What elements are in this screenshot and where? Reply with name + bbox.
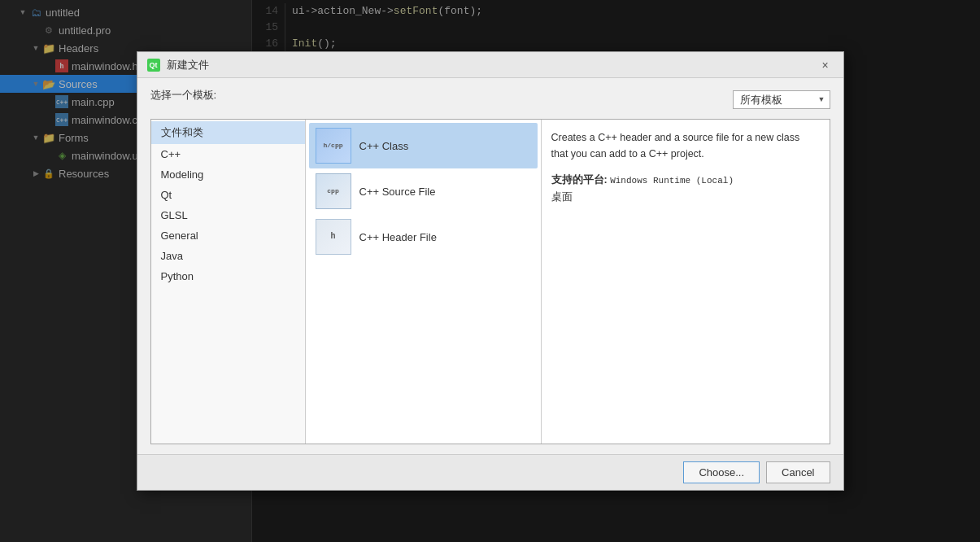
category-item-qt[interactable]: Qt <box>151 185 305 205</box>
dialog-overlay: Qt 新建文件 × 选择一个模板: 所有模板 C++ Qt GLSL Gener… <box>0 0 980 542</box>
category-item-cpp[interactable]: C++ <box>151 144 305 164</box>
platform-info: 支持的平台: Windows Runtime (Local) 桌面 <box>551 172 820 205</box>
dialog-close-button[interactable]: × <box>817 57 834 73</box>
dialog-titlebar: Qt 新建文件 × <box>137 52 843 78</box>
new-file-dialog: Qt 新建文件 × 选择一个模板: 所有模板 C++ Qt GLSL Gener… <box>137 51 844 491</box>
dialog-prompt: 选择一个模板: <box>150 88 217 103</box>
cat-label-file-types: 文件和类 <box>161 126 203 138</box>
cat-label-general: General <box>161 229 198 242</box>
category-item-modeling[interactable]: Modeling <box>151 164 305 185</box>
cpp-header-icon: h <box>316 219 351 255</box>
template-item-cpp-class[interactable]: h/cpp C++ Class <box>309 123 538 168</box>
template-name-cpp-header: C++ Header File <box>359 231 437 243</box>
cpp-class-icon: h/cpp <box>316 128 351 164</box>
category-item-general[interactable]: General <box>151 225 305 246</box>
cat-label-glsl: GLSL <box>161 209 188 221</box>
dialog-title-area: Qt 新建文件 <box>147 58 209 72</box>
cat-label-java: Java <box>161 250 183 262</box>
description-main-text: Creates a C++ header and a source file f… <box>551 129 820 162</box>
template-filter-wrapper: 所有模板 C++ Qt GLSL General Java Python <box>733 90 830 109</box>
dialog-content-area: 文件和类 C++ Modeling Qt GLSL Gene <box>150 119 830 444</box>
templates-panel: h/cpp C++ Class cpp C++ Source File <box>306 120 542 444</box>
category-item-file-types[interactable]: 文件和类 <box>151 121 305 144</box>
cpp-source-icon: cpp <box>316 173 351 209</box>
category-item-java[interactable]: Java <box>151 246 305 266</box>
dialog-footer: Choose... Cancel <box>137 454 843 490</box>
description-panel: Creates a C++ header and a source file f… <box>542 120 830 444</box>
template-filter-select[interactable]: 所有模板 C++ Qt GLSL General Java Python <box>733 90 830 109</box>
template-name-cpp-class: C++ Class <box>359 140 409 152</box>
category-item-glsl[interactable]: GLSL <box>151 205 305 225</box>
category-item-python[interactable]: Python <box>151 266 305 286</box>
platform-code: Windows Runtime (Local) <box>610 176 734 186</box>
platform-label: 支持的平台: <box>551 174 608 186</box>
cat-label-python: Python <box>161 270 194 282</box>
dialog-body: 选择一个模板: 所有模板 C++ Qt GLSL General Java Py… <box>137 78 843 454</box>
template-name-cpp-source: C++ Source File <box>359 186 436 198</box>
cat-label-modeling: Modeling <box>161 168 204 181</box>
template-item-cpp-header[interactable]: h C++ Header File <box>309 214 538 260</box>
choose-button[interactable]: Choose... <box>683 461 760 483</box>
cat-label-qt: Qt <box>161 189 172 201</box>
template-item-cpp-source[interactable]: cpp C++ Source File <box>309 168 538 214</box>
dialog-title-text: 新建文件 <box>167 58 209 72</box>
categories-panel: 文件和类 C++ Modeling Qt GLSL Gene <box>151 120 306 444</box>
qt-logo-icon: Qt <box>147 59 160 72</box>
cancel-button[interactable]: Cancel <box>766 461 830 483</box>
platform-extra: 桌面 <box>551 191 573 203</box>
cat-label-cpp: C++ <box>161 148 181 160</box>
